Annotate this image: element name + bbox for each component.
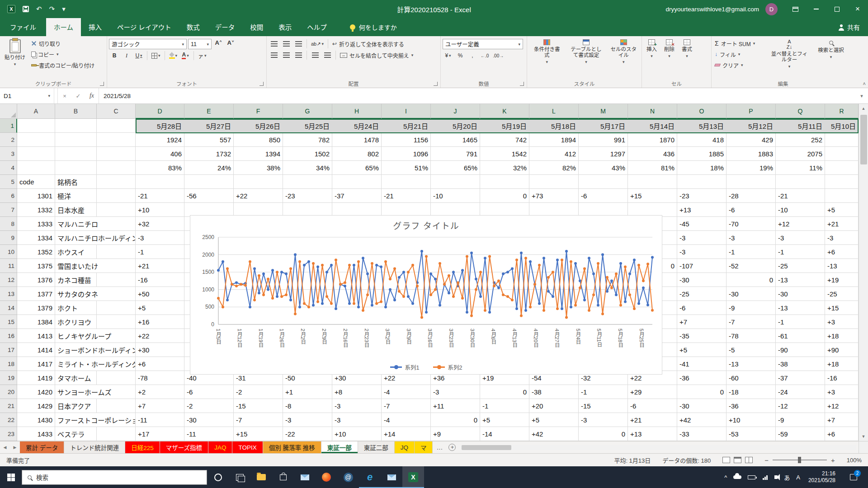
column-header-H[interactable]: H (332, 104, 382, 119)
cell-E3[interactable]: 1732 (184, 147, 234, 161)
cell-R1[interactable]: 5月10日 (825, 119, 859, 133)
cell-J20[interactable]: -3 (431, 385, 480, 399)
cell-J3[interactable]: 791 (431, 147, 480, 161)
sheet-tab-4[interactable]: マザーズ指標 (160, 441, 208, 453)
cell-Q5[interactable] (776, 175, 825, 189)
column-header-D[interactable]: D (136, 104, 184, 119)
cell-Q10[interactable]: -1 (776, 245, 825, 259)
excel-taskbar-button[interactable]: X (402, 466, 424, 488)
cell-R10[interactable]: +6 (825, 245, 859, 259)
cell-I22[interactable]: -4 (382, 413, 431, 427)
cell-K4[interactable]: 32% (480, 161, 529, 175)
cell-J21[interactable]: +11 (431, 399, 480, 413)
paste-caret-icon[interactable]: ▾ (14, 62, 16, 66)
row-header-4[interactable]: 4 (0, 161, 17, 175)
sheet-tab-5[interactable]: JAQ (208, 441, 232, 453)
cell-I23[interactable]: +14 (382, 427, 431, 441)
cell-R11[interactable]: -13 (825, 259, 859, 273)
find-select-button[interactable]: 検索と選択 ▾ (813, 38, 849, 79)
cell-K21[interactable]: -1 (480, 399, 529, 413)
cell-F4[interactable]: 38% (234, 161, 283, 175)
scroll-down-arrow-icon[interactable]: ▼ (859, 432, 868, 441)
cell-I21[interactable]: -7 (382, 399, 431, 413)
cell-M3[interactable]: 1297 (579, 147, 628, 161)
cell-D19[interactable]: -78 (136, 371, 184, 385)
minimize-button[interactable] (806, 0, 826, 18)
cell-D12[interactable]: -16 (136, 273, 184, 287)
row-header-13[interactable]: 13 (0, 287, 17, 301)
cell-P8[interactable]: -70 (726, 217, 776, 231)
cell-D1[interactable]: 5月28日 (136, 119, 184, 133)
start-button[interactable] (0, 466, 22, 488)
user-email[interactable]: dryyourtearswithlove1@gmail.com (665, 6, 759, 13)
cell-N21[interactable]: -6 (628, 399, 677, 413)
cell-L4[interactable]: 82% (529, 161, 579, 175)
cell-P23[interactable]: -53 (726, 427, 776, 441)
cell-A6[interactable]: 1301 (17, 189, 55, 203)
clear-button[interactable]: クリア▾ (713, 60, 766, 70)
alignment-dialog-launcher[interactable] (434, 82, 438, 86)
autosum-button[interactable]: Σオート SUM▾ (713, 38, 766, 48)
cell-Q2[interactable]: 252 (776, 133, 825, 147)
cell-Q11[interactable]: -25 (776, 259, 825, 273)
cell-F3[interactable]: 1394 (234, 147, 283, 161)
cell-C21[interactable] (97, 399, 136, 413)
row-header-1[interactable]: 1 (0, 119, 17, 133)
cell-A23[interactable]: 1433 (17, 427, 55, 441)
cell-R3[interactable] (825, 147, 859, 161)
cell-A5[interactable]: code (17, 175, 55, 189)
cell-M21[interactable]: -15 (579, 399, 628, 413)
cell-B21[interactable]: 日本アクア (55, 399, 97, 413)
borders-button[interactable]: ▾ (150, 51, 162, 61)
cell-R16[interactable]: +18 (825, 329, 859, 343)
redo-button[interactable]: ↷ (49, 5, 55, 13)
network-icon[interactable] (762, 475, 768, 480)
cell-N20[interactable]: +29 (628, 385, 677, 399)
cell-P13[interactable]: -30 (726, 287, 776, 301)
edge-button[interactable]: e (359, 466, 381, 488)
number-format-combo[interactable]: ユーザー定義▾ (443, 39, 523, 49)
sheet-tab-7[interactable]: 個別 騰落率 推移 (263, 441, 321, 453)
cell-F2[interactable]: 850 (234, 133, 283, 147)
increase-decimal-button[interactable]: ←.0 (479, 51, 490, 61)
cell-D8[interactable]: +32 (136, 217, 184, 231)
cell-B7[interactable]: 日本水産 (55, 203, 97, 217)
row-header-15[interactable]: 15 (0, 315, 17, 329)
cell-L6[interactable]: +73 (529, 189, 579, 203)
column-header-B[interactable]: B (55, 104, 97, 119)
cell-styles-button[interactable]: セルのスタイル ▾ (607, 38, 640, 79)
cell-Q7[interactable]: -10 (776, 203, 825, 217)
sort-filter-button[interactable]: AZ↓ 並べ替えとフィルター ▾ (768, 38, 811, 79)
cell-A13[interactable]: 1377 (17, 287, 55, 301)
cell-L1[interactable]: 5月18日 (529, 119, 579, 133)
user-avatar[interactable]: D (765, 3, 778, 15)
cell-A3[interactable] (17, 147, 55, 161)
cell-R4[interactable] (825, 161, 859, 175)
column-header-R[interactable]: R (825, 104, 859, 119)
battery-icon[interactable] (748, 475, 755, 479)
cell-A14[interactable]: 1379 (17, 301, 55, 315)
cell-J2[interactable]: 1465 (431, 133, 480, 147)
cell-R18[interactable]: +18 (825, 357, 859, 371)
row-header-16[interactable]: 16 (0, 329, 17, 343)
cell-P20[interactable]: -18 (726, 385, 776, 399)
cell-L3[interactable]: 412 (529, 147, 579, 161)
cell-M23[interactable]: 0 (579, 427, 628, 441)
cell-Q14[interactable]: -13 (776, 301, 825, 315)
cell-O20[interactable]: 0 (677, 385, 726, 399)
cell-E4[interactable]: 24% (184, 161, 234, 175)
vertical-scrollbar-thumb[interactable] (860, 115, 867, 164)
cell-D22[interactable]: -11 (136, 413, 184, 427)
cell-O23[interactable]: -33 (677, 427, 726, 441)
align-bottom-button[interactable] (293, 39, 304, 49)
cell-E20[interactable]: -6 (184, 385, 234, 399)
cell-K2[interactable]: 742 (480, 133, 529, 147)
italic-button[interactable]: I (121, 51, 132, 61)
cell-B5[interactable]: 銘柄名 (55, 175, 97, 189)
cell-N5[interactable] (628, 175, 677, 189)
volume-icon[interactable] (774, 475, 778, 479)
column-header-C[interactable]: C (97, 104, 136, 119)
cell-G22[interactable]: -3 (283, 413, 332, 427)
cell-G6[interactable]: -23 (283, 189, 332, 203)
percent-format-button[interactable]: % (455, 51, 466, 61)
